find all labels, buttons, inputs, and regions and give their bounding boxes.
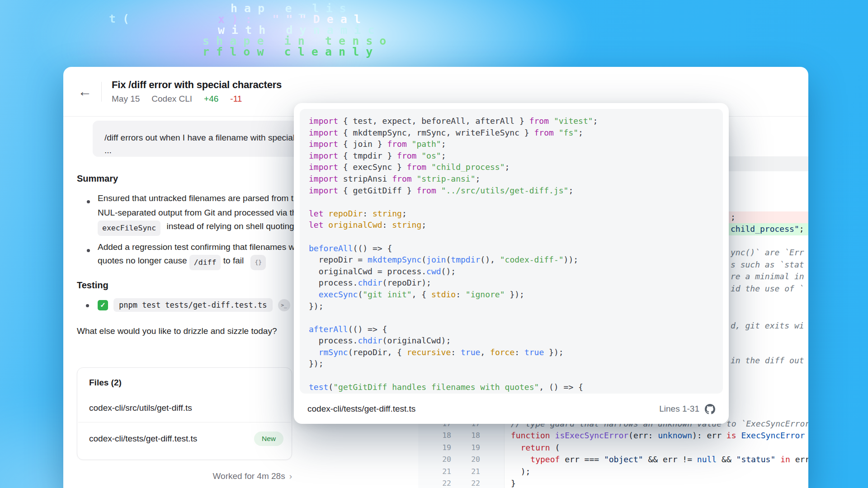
code-line: repoDir = mkdtempSync(join(tmpdir(), "co… <box>309 254 723 266</box>
summary-bullet-line: quotes no longer cause /diff to fail {} <box>98 255 266 270</box>
diff-line-number-old: 21 <box>428 465 451 478</box>
background-floating-code-line: r f l o w c l e a n l y <box>203 45 373 58</box>
diff-line-number-old: 20 <box>428 453 451 465</box>
code-line <box>309 312 723 324</box>
code-chip-execfilesync: execFileSync <box>98 221 160 236</box>
background-floating-code-line: t ( <box>109 12 129 25</box>
diff-comment-fragment: d, git exits wi <box>731 321 804 330</box>
code-preview-footer: codex-cli/tests/get-diff.test.ts Lines 1… <box>294 394 729 424</box>
code-line: let repoDir: string; <box>309 208 723 220</box>
code-line <box>309 231 723 243</box>
test-command-chip: pnpm test tests/get-diff.test.ts <box>113 298 273 312</box>
diff-code-text: ); <box>511 465 530 478</box>
task-card: ← Fix /diff error with special character… <box>63 67 808 488</box>
diff-row: 1919 return ( <box>63 441 808 454</box>
summary-bullet-line: Added a regression test confirming that … <box>98 241 304 253</box>
code-line <box>309 370 723 381</box>
diff-line-number-old: 19 <box>428 441 451 454</box>
code-line: execSync("git init", { stdio: "ignore" }… <box>309 289 723 300</box>
header-divider <box>101 82 102 102</box>
diff-deletions: -11 <box>230 94 242 104</box>
code-line: originalCwd = process.cwd(); <box>309 266 723 277</box>
testing-bullet: ✓ pnpm test tests/get-diff.test.ts >_ <box>98 298 290 312</box>
diff-deleted-text: ; <box>731 212 736 222</box>
task-date: May 15 <box>112 94 140 104</box>
code-line: import { getGitDiff } from "../src/utils… <box>309 185 723 197</box>
summary-heading: Summary <box>77 174 118 184</box>
github-icon[interactable] <box>705 404 715 414</box>
diff-comment-fragment: re a minimal in <box>731 272 804 281</box>
code-line: test("getGitDiff handles filenames with … <box>309 381 723 393</box>
bullet-dot <box>87 249 90 252</box>
back-arrow-icon: ← <box>78 84 92 100</box>
diff-comment-fragment: in the diff out <box>731 356 804 365</box>
summary-bullet-line: NUL-separated output from Git and proces… <box>98 207 302 219</box>
files-panel-title: Files (2) <box>77 368 292 394</box>
code-line: process.chdir(originalCwd); <box>309 335 723 347</box>
assistant-question: What else would you like to drizzle and … <box>77 326 277 336</box>
diff-code-text: function isExecSyncError(err: unknown): … <box>511 429 805 441</box>
summary-bullet-line: execFileSync instead of relying on shell… <box>98 221 294 236</box>
bullet-dot <box>86 304 89 307</box>
code-preview-file-path: codex-cli/tests/get-diff.test.ts <box>307 404 415 414</box>
code-line: import { tmpdir } from "os"; <box>309 150 723 162</box>
check-passed-icon: ✓ <box>98 300 108 310</box>
summary-bullet-text: instead of relying on shell quoting <box>167 221 294 231</box>
code-line: import { mkdtempSync, rmSync, writeFileS… <box>309 127 723 139</box>
back-button[interactable]: ← <box>75 82 95 102</box>
code-line <box>309 196 723 208</box>
code-line: import stripAnsi from "strip-ansi"; <box>309 173 723 185</box>
code-chip-diff-command: /diff <box>189 255 221 270</box>
code-preview-popup: import { test, expect, beforeAll, afterA… <box>294 103 729 424</box>
diff-comment-fragment: s such as `stat <box>731 260 804 269</box>
code-reference-badge[interactable]: {} <box>250 255 266 270</box>
code-preview-body[interactable]: import { test, expect, beforeAll, afterA… <box>300 109 723 394</box>
code-line: import { execSync } from "child_process"… <box>309 161 723 173</box>
task-title: Fix /diff error with special characters <box>112 79 282 91</box>
diff-row: 2222} <box>63 477 808 488</box>
diff-code-text: typeof err === "object" && err != null &… <box>511 453 808 465</box>
bullet-dot <box>87 200 90 203</box>
diff-line-number-new: 21 <box>457 465 480 478</box>
diff-code-text: return ( <box>511 441 560 454</box>
diff-added-string: child_process" <box>731 224 799 234</box>
diff-comment-fragment: id the use of ` <box>731 284 804 293</box>
diff-line-number-new: 22 <box>457 477 480 488</box>
terminal-icon[interactable]: >_ <box>278 299 290 311</box>
code-line: rmSync(repoDir, { recursive: true, force… <box>309 347 723 358</box>
code-line: beforeAll(() => { <box>309 243 723 254</box>
testing-heading: Testing <box>77 280 108 291</box>
code-line: }); <box>309 358 723 370</box>
code-line: let originalCwd: string; <box>309 219 723 231</box>
code-line: }); <box>309 300 723 312</box>
code-line: import { test, expect, beforeAll, afterA… <box>309 115 723 127</box>
summary-bullet-text: quotes no longer cause <box>98 256 189 265</box>
code-line: process.chdir(repoDir); <box>309 277 723 289</box>
diff-code-text: } <box>511 477 516 488</box>
file-path: codex-cli/src/utils/get-diff.ts <box>89 403 192 413</box>
diff-line-number-old: 22 <box>428 477 451 488</box>
diff-line-number-new: 18 <box>457 429 480 441</box>
diff-added-text: ; <box>799 224 804 234</box>
diff-row: 1818function isExecSyncError(err: unknow… <box>63 429 808 441</box>
diff-line-number-new: 20 <box>457 453 480 465</box>
diff-comment-fragment: ync()` are `Err <box>731 248 804 257</box>
summary-bullet-line: Ensured that untracked filenames are par… <box>98 192 303 204</box>
summary-bullet-text: to fail <box>223 256 244 265</box>
task-project[interactable]: Codex CLI <box>151 94 192 104</box>
code-line: afterAll(() => { <box>309 324 723 335</box>
diff-row: 2020 typeof err === "object" && err != n… <box>63 453 808 465</box>
code-preview-line-range: Lines 1-31 <box>659 404 699 414</box>
diff-additions: +46 <box>204 94 218 104</box>
code-line: import { join } from "path"; <box>309 138 723 150</box>
diff-line-number-old: 18 <box>428 429 451 441</box>
diff-row: 2121 ); <box>63 465 808 478</box>
diff-line-number-new: 19 <box>457 441 480 454</box>
